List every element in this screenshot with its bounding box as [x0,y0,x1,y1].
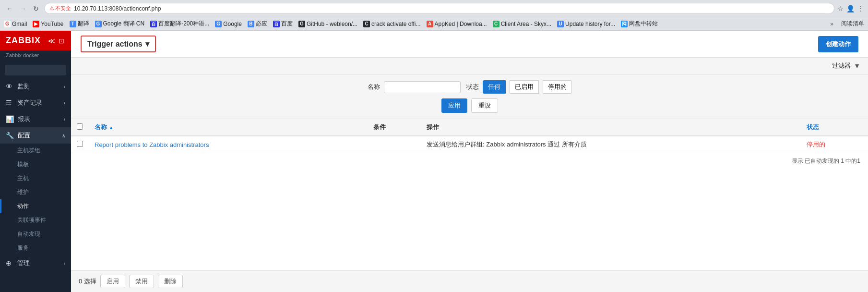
sidebar-label-assets: 资产记录 [17,98,42,107]
status-column-header: 状态 [801,119,868,136]
name-column-header[interactable]: 名称 ▲ [89,119,368,136]
bookmark-item[interactable]: 百百度翻译-200种语... [150,20,209,28]
address-bar[interactable]: ⚠ 不安全 10.20.70.113:8080/actionconf.php [44,3,834,14]
disable-button[interactable]: 禁用 [129,275,154,288]
sidebar-sub-item-templates[interactable]: 模板 [0,158,71,171]
sidebar-label-reports: 报表 [18,115,30,123]
sidebar-search [0,62,71,78]
filter-row-1: 名称 状态 任何 已启用 停用的 [81,80,858,94]
sidebar-subtitle: Zabbix docker [0,50,71,62]
profile-icon[interactable]: 👤 [846,5,855,12]
app-container: ZABBIX ≪ ⊡ Zabbix docker 👁 监测 › ☰ 资产记录 › [0,31,868,292]
sidebar-item-admin[interactable]: ⊕ 管理 › [0,255,71,271]
browser-bar: ← → ↻ ⚠ 不安全 10.20.70.113:8080/actionconf… [0,0,868,17]
status-disabled-button[interactable]: 停用的 [543,80,572,94]
operations-column-header: 操作 [421,119,801,136]
logo-icons: ≪ ⊡ [47,36,65,46]
select-all-checkbox[interactable] [77,123,83,130]
selected-count: 0 选择 [79,277,96,286]
bottom-bar: 0 选择 启用 禁用 删除 [71,270,868,292]
chevron-icon-admin: › [64,261,65,266]
collapse-button[interactable]: ≪ [47,36,56,46]
bookmark-item[interactable]: Ccrack activate offi... [363,21,421,27]
forward-button[interactable]: → [17,4,29,13]
sidebar-sub-item-hosts[interactable]: 主机 [0,171,71,185]
status-any-button[interactable]: 任何 [483,80,506,94]
action-name-link[interactable]: Report problems to Zabbix administrators [95,141,209,148]
sidebar-sub-item-hostgroups[interactable]: 主机群组 [0,144,71,158]
sidebar-sub-item-actions[interactable]: 动作 [0,199,71,213]
bookmark-icon[interactable]: ☆ [837,5,844,12]
sidebar-monitoring-section: 👁 监测 › [0,78,71,95]
bookmark-item[interactable]: GGmail [4,21,27,27]
more-bookmarks[interactable]: » [830,21,833,27]
back-button[interactable]: ← [4,4,15,13]
list-icon: ☰ [6,99,13,107]
filter-toggle-icon[interactable]: ▼ [854,62,860,70]
sidebar-sub-item-autodiscovery[interactable]: 自动发现 [0,227,71,241]
reading-list-btn[interactable]: 阅读清单 [841,20,864,28]
apply-button[interactable]: 应用 [441,98,467,113]
bookmarks-bar: GGmail▶YouTubeT翻译GGoogle 翻译 CN百百度翻译-200种… [0,17,868,31]
browser-actions: ☆ 👤 ⋮ [837,5,864,12]
bookmark-item[interactable]: GGoogle [215,21,242,27]
sidebar-assets-section: ☰ 资产记录 › [0,95,71,111]
filter-label: 过滤器 [832,61,851,70]
bookmark-item[interactable]: T翻译 [70,20,89,28]
sidebar-item-monitoring[interactable]: 👁 监测 › [0,78,71,95]
pagination-info: 显示 已自动发现的 1 中的1 [71,153,868,169]
bookmark-item[interactable]: GGitHub - webleon/... [298,21,357,27]
sidebar-item-assets[interactable]: ☰ 资产记录 › [0,95,71,111]
reset-button[interactable]: 重设 [471,98,498,113]
create-action-button[interactable]: 创建动作 [818,36,858,52]
sidebar-sub-item-event-corr[interactable]: 关联项事件 [0,213,71,227]
sidebar: ZABBIX ≪ ⊡ Zabbix docker 👁 监测 › ☰ 资产记录 › [0,31,71,292]
row-operations-value: 发送消息给用户群组: Zabbix administrators 通过 所有介质 [427,141,587,148]
status-enabled-button[interactable]: 已启用 [510,80,539,94]
main-header: Trigger actions ▾ 创建动作 [71,31,868,58]
operations-header-label: 操作 [427,123,439,131]
bookmark-item[interactable]: ▶YouTube [33,21,63,27]
row-checkbox[interactable] [77,141,83,147]
chevron-icon: › [64,84,65,89]
filter-form: 名称 状态 任何 已启用 停用的 应用 重设 [71,74,868,119]
menu-icon[interactable]: ⋮ [857,5,864,12]
sidebar-admin-section: ⊕ 管理 › [0,255,71,271]
bookmark-item[interactable]: UUpdate history for... [557,21,615,27]
page-title-button[interactable]: Trigger actions ▾ [81,36,156,52]
security-badge: ⚠ 不安全 [49,5,71,12]
row-name-cell: Report problems to Zabbix administrators [89,136,368,153]
sidebar-sub-item-services[interactable]: 服务 [0,241,71,255]
row-checkbox-cell [71,136,89,153]
plus-icon: ⊕ [6,259,13,267]
enable-button[interactable]: 启用 [100,275,125,288]
sidebar-item-reports[interactable]: 📊 报表 › [0,111,71,127]
logo-text: ZABBIX [6,36,41,46]
bookmark-item[interactable]: 百百度 [273,20,293,28]
bookmark-item[interactable]: B必应 [248,20,267,28]
reload-button[interactable]: ↻ [31,4,41,13]
expand-button[interactable]: ⊡ [58,36,65,46]
name-input[interactable] [384,81,461,93]
sidebar-sub-item-maintenance[interactable]: 维护 [0,185,71,199]
bookmark-item[interactable]: AAppKed | Downloa... [427,21,487,27]
row-status-cell: 停用的 [801,136,868,153]
bookmark-item[interactable]: GGoogle 翻译 CN [95,20,145,28]
sort-asc-icon: ▲ [109,125,114,130]
select-all-header [71,119,89,136]
filter-bar: 过滤器 ▼ [71,58,868,74]
status-group: 状态 任何 已启用 停用的 [466,80,572,94]
filter-name-field: 名称 [368,81,461,93]
chevron-icon-reports: › [64,117,65,122]
main-content: Trigger actions ▾ 创建动作 过滤器 ▼ 名称 状态 任何 已启… [71,31,868,292]
bookmark-item[interactable]: CClient Area - Skyx... [493,21,551,27]
sidebar-config-section: 🔧 配置 ∧ 主机群组 模板 主机 维护 动作 关联项事件 自动发现 服务 [0,127,71,255]
search-input[interactable] [5,65,66,75]
sidebar-label-admin: 管理 [17,259,30,268]
delete-button[interactable]: 删除 [158,275,183,288]
wrench-icon: 🔧 [6,132,14,139]
bookmark-item[interactable]: 网网盘中转站 [621,20,658,28]
status-badge[interactable]: 停用的 [807,141,825,148]
sidebar-item-config[interactable]: 🔧 配置 ∧ [0,127,71,144]
row-conditions-cell [368,136,421,153]
